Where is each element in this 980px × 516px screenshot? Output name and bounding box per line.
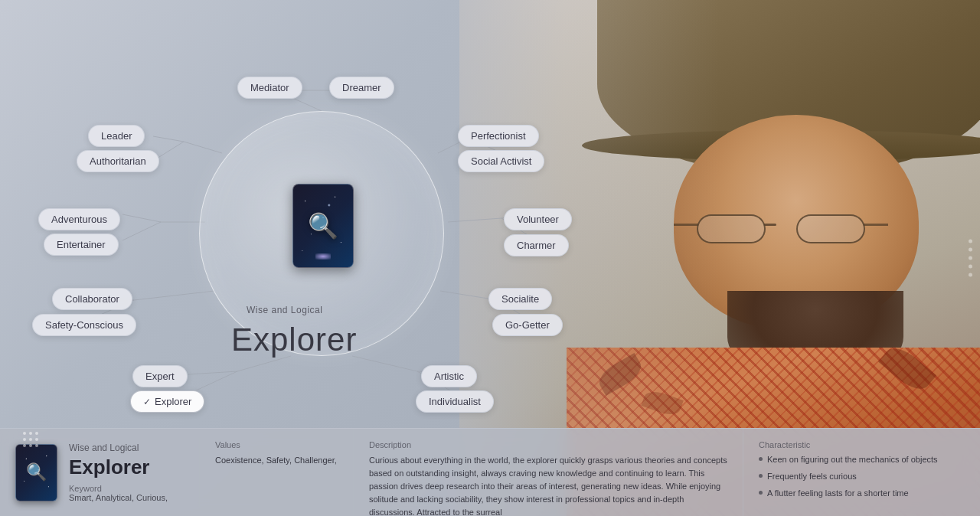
decorative-dots-corner <box>23 432 38 447</box>
node-dreamer[interactable]: Dreamer <box>329 77 394 99</box>
bullet-3 <box>759 491 763 495</box>
characteristic-text-3: A flutter feeling lasts for a shorter ti… <box>767 488 909 500</box>
card-icon: 🔍 <box>308 211 338 240</box>
node-explorer[interactable]: ✓ Explorer <box>130 390 204 413</box>
central-subtitle: Wise and Logical <box>247 305 322 315</box>
bottom-keyword-value: Smart, Analytical, Curious, <box>69 493 168 502</box>
bottom-subtitle: Wise and Logical <box>69 443 168 453</box>
node-social-activist[interactable]: Social Activist <box>458 150 544 172</box>
node-individualist[interactable]: Individualist <box>416 390 494 413</box>
bullet-1 <box>759 457 763 461</box>
bottom-panel: 🔍 Wise and Logical Explorer Keyword Smar… <box>0 428 980 516</box>
bullet-2 <box>759 474 763 478</box>
bottom-title: Explorer <box>69 456 168 479</box>
bottom-values-section: Values Coexistence, Safety, Challenger, <box>200 429 353 516</box>
values-label: Values <box>215 440 338 449</box>
node-charmer[interactable]: Charmer <box>504 234 569 256</box>
check-icon: ✓ <box>143 397 151 407</box>
bottom-characteristics-section: Characteristic Keen on figuring out the … <box>743 429 980 516</box>
characteristic-text-1: Keen on figuring out the mechanics of ob… <box>767 454 938 466</box>
central-title: Explorer <box>231 322 357 358</box>
node-go-getter[interactable]: Go-Getter <box>492 314 563 336</box>
node-leader[interactable]: Leader <box>88 125 145 147</box>
bottom-card-icon: 🔍 <box>15 444 57 501</box>
node-expert[interactable]: Expert <box>132 365 188 387</box>
bottom-card-magnifier: 🔍 <box>26 462 47 482</box>
characteristic-item-2: Frequently feels curious <box>759 471 965 483</box>
node-safety-conscious[interactable]: Safety-Conscious <box>32 314 136 336</box>
bottom-title-section: Wise and Logical Explorer Keyword Smart,… <box>69 443 168 502</box>
node-volunteer[interactable]: Volunteer <box>504 208 572 230</box>
node-authoritarian[interactable]: Authoritarian <box>77 150 159 172</box>
node-entertainer[interactable]: Entertainer <box>44 234 119 256</box>
characteristic-item-1: Keen on figuring out the mechanics of ob… <box>759 454 965 466</box>
explorer-card[interactable]: 🔍 <box>292 184 354 268</box>
bottom-description-section: Description Curious about everything in … <box>353 429 743 516</box>
decorative-dots-right <box>969 240 972 277</box>
node-perfectionist[interactable]: Perfectionist <box>458 125 539 147</box>
bottom-keyword-label: Keyword <box>69 484 168 493</box>
characteristic-text-2: Frequently feels curious <box>767 471 857 483</box>
characteristic-item-3: A flutter feeling lasts for a shorter ti… <box>759 488 965 500</box>
description-text: Curious about everything in the world, t… <box>369 454 727 516</box>
node-collaborator[interactable]: Collaborator <box>52 288 132 310</box>
characteristic-label: Characteristic <box>759 440 965 449</box>
values-value: Coexistence, Safety, Challenger, <box>215 454 338 467</box>
description-label: Description <box>369 440 727 449</box>
node-artistic[interactable]: Artistic <box>421 365 477 387</box>
node-socialite[interactable]: Socialite <box>488 288 552 310</box>
node-adventurous[interactable]: Adventurous <box>38 208 120 230</box>
card-glow <box>315 253 331 260</box>
node-mediator[interactable]: Mediator <box>237 77 302 99</box>
